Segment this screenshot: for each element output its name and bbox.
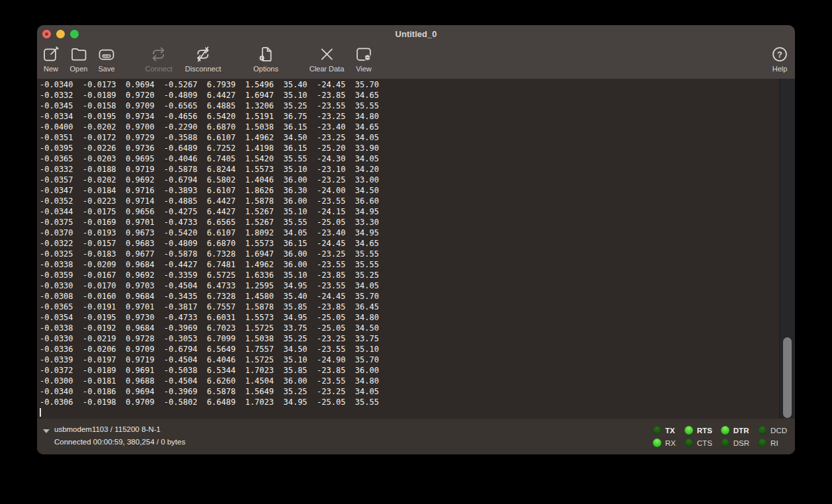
toolbar-item-label: Disconnect	[185, 65, 221, 73]
folder-icon	[69, 45, 88, 63]
led-label: CTS	[697, 439, 712, 447]
x-icon	[317, 45, 336, 63]
led-tx: TX	[653, 424, 676, 437]
led-indicator	[685, 439, 693, 447]
help-button[interactable]: ? Help	[770, 45, 789, 73]
terminal-area[interactable]: -0.0340 -0.0173 0.9694 -0.5267 6.7939 1.…	[37, 79, 795, 419]
titlebar: Untitled_0	[37, 25, 795, 41]
led-indicator	[758, 426, 767, 435]
new-button[interactable]: New	[42, 45, 60, 73]
led-indicator	[653, 426, 661, 435]
scrollbar-track[interactable]	[779, 79, 795, 419]
page-gear-icon	[257, 45, 275, 63]
connection-stats-text: Connected 00:00:59, 380,254 / 0 bytes	[54, 436, 185, 448]
compose-icon	[42, 45, 60, 63]
led-grid: TXRXRTSCTSDTRDSRDCDRI	[653, 424, 787, 449]
connect-arrows-icon	[149, 45, 168, 63]
text-cursor	[40, 408, 41, 417]
led-dcd: DCD	[758, 424, 787, 437]
led-indicator	[758, 439, 767, 447]
led-dtr[interactable]: DTR	[721, 424, 749, 437]
led-indicator	[653, 439, 661, 447]
led-label: DSR	[733, 439, 749, 447]
led-label: RTS	[697, 427, 712, 435]
led-label: DTR	[733, 427, 749, 435]
toolbar-item-label: Save	[98, 65, 114, 73]
open-button[interactable]: Open	[69, 45, 88, 73]
connect-button[interactable]: Connect	[146, 45, 173, 73]
terminal-output: -0.0340 -0.0173 0.9694 -0.5267 6.7939 1.…	[37, 79, 795, 407]
led-label: RI	[770, 439, 778, 447]
clear-data-button[interactable]: Clear Data	[310, 45, 345, 73]
chevron-down-icon[interactable]	[43, 429, 50, 433]
led-indicator	[685, 426, 693, 435]
toolbar-item-label: Help	[772, 65, 788, 73]
led-label: RX	[665, 439, 676, 447]
toolbar: New Open Save	[37, 41, 795, 79]
scrollbar-thumb[interactable]	[783, 337, 792, 418]
disconnect-button[interactable]: Disconnect	[185, 45, 221, 73]
toolbar-item-label: Options	[253, 65, 278, 73]
app-window: Untitled_0 New Open	[37, 25, 795, 454]
connection-status: usbmodem1103 / 115200 8-N-1 Connected 00…	[54, 423, 185, 448]
led-ri: RI	[758, 437, 787, 449]
toolbar-item-label: Clear Data	[310, 65, 345, 73]
drive-icon	[97, 45, 116, 63]
led-rts[interactable]: RTS	[685, 424, 712, 437]
led-label: TX	[665, 427, 675, 435]
led-label: DCD	[770, 427, 787, 435]
led-rx: RX	[653, 437, 676, 449]
save-button[interactable]: Save	[97, 45, 116, 73]
led-indicator	[721, 439, 729, 447]
disconnect-arrows-icon	[194, 45, 212, 63]
statusbar: usbmodem1103 / 115200 8-N-1 Connected 00…	[37, 419, 795, 454]
window-title: Untitled_0	[37, 25, 795, 41]
toolbar-item-label: Connect	[146, 65, 173, 73]
toolbar-item-label: View	[356, 65, 372, 73]
view-button[interactable]: View	[354, 45, 373, 73]
toolbar-item-label: Open	[70, 65, 88, 73]
led-dsr: DSR	[721, 437, 749, 449]
led-cts: CTS	[685, 437, 712, 449]
svg-text:?: ?	[777, 50, 782, 60]
circle-question-icon: ?	[770, 45, 789, 63]
toolbar-item-label: New	[44, 65, 58, 73]
port-settings-text: usbmodem1103 / 115200 8-N-1	[54, 423, 185, 436]
window-ellipsis-icon	[354, 45, 373, 63]
options-button[interactable]: Options	[253, 45, 278, 73]
led-indicator	[721, 426, 729, 435]
